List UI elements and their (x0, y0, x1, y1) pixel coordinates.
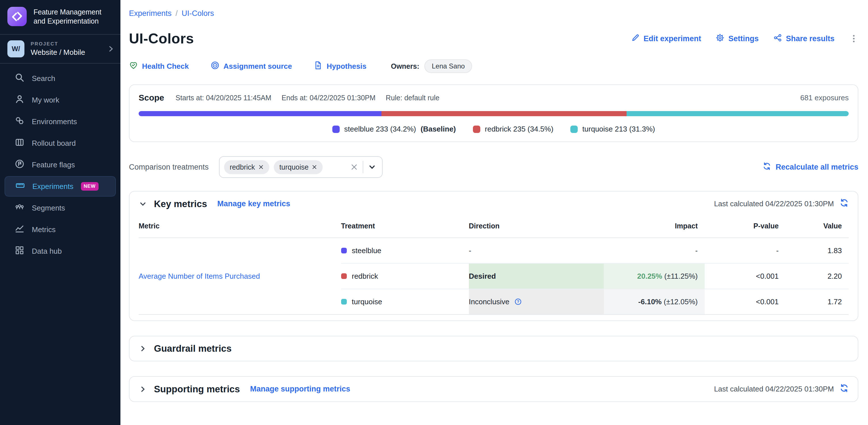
recalculate-label: Recalculate all metrics (776, 163, 858, 172)
value-cell: 1.72 (786, 289, 849, 314)
edit-experiment-button[interactable]: Edit experiment (631, 33, 701, 44)
scope-header: Scope Starts at: 04/20/2025 11:45AM Ends… (138, 93, 849, 102)
project-badge: W/ (7, 40, 24, 57)
sidebar: Feature Management and Experimentation W… (0, 0, 120, 425)
scope-card: Scope Starts at: 04/20/2025 11:45AM Ends… (129, 84, 858, 142)
manage-key-metrics-link[interactable]: Manage key metrics (217, 200, 290, 208)
ruler-icon (16, 181, 25, 192)
sidebar-item-label: My work (32, 96, 59, 104)
comparison-label: Comparison treatments (129, 163, 209, 172)
column-treatment: Treatment (341, 214, 469, 238)
value-cell: 2.20 (786, 263, 849, 289)
hexagons-icon (15, 116, 24, 127)
edit-experiment-label: Edit experiment (644, 34, 701, 43)
legend-item-redbrick: redbrick 235 (34.5%) (473, 125, 553, 133)
refresh-icon[interactable] (840, 198, 849, 209)
refresh-icon[interactable] (840, 384, 849, 395)
sidebar-item-label: Metrics (32, 225, 56, 234)
steelblue-swatch (332, 126, 340, 133)
project-switcher[interactable]: W/ PROJECT Website / Mobile (0, 35, 120, 63)
redbrick-swatch (341, 273, 347, 279)
metric-name-link[interactable]: Average Number of Items Purchased (138, 272, 260, 280)
share-results-button[interactable]: Share results (773, 33, 835, 44)
more-options-button[interactable] (849, 34, 858, 43)
sidebar-item-search[interactable]: Search (4, 68, 116, 89)
flag-circle-icon (15, 159, 24, 171)
assignment-source-label: Assignment source (223, 62, 292, 71)
sidebar-item-segments[interactable]: Segments (4, 198, 116, 218)
people-icon (15, 202, 24, 214)
table-row: Average Number of Items Purchased steelb… (138, 238, 849, 263)
last-calculated-label: Last calculated 04/22/2025 01:30PM (714, 385, 834, 393)
legend-item-steelblue: steelblue 233 (34.2%) (Baseline) (332, 125, 456, 133)
expand-chevron-icon[interactable] (138, 385, 147, 393)
line-chart-icon (15, 224, 24, 236)
p-value-cell: <0.001 (705, 263, 786, 289)
key-metrics-title: Key metrics (154, 199, 207, 209)
legend-label: steelblue 233 (34.2%) (344, 125, 416, 133)
redbrick-swatch (473, 126, 480, 133)
column-metric: Metric (138, 214, 341, 238)
sidebar-item-label: Experiments (32, 182, 73, 191)
column-impact: Impact (604, 214, 705, 238)
sidebar-item-label: Search (32, 74, 55, 83)
chip-label: turquoise (279, 163, 309, 171)
value-cell: 1.83 (786, 238, 849, 263)
guardrail-metrics-header: Guardrail metrics (138, 343, 849, 354)
health-check-link[interactable]: Health Check (129, 61, 189, 72)
hypothesis-link[interactable]: Hypothesis (314, 61, 366, 72)
legend-label: redbrick 235 (34.5%) (485, 125, 553, 133)
owner-pill[interactable]: Lena Sano (424, 59, 472, 73)
sidebar-item-experiments[interactable]: Experiments NEW (4, 176, 116, 196)
sidebar-nav: Search My work Environments Rollout boar… (0, 64, 120, 266)
settings-button[interactable]: Settings (716, 33, 758, 44)
user-icon (15, 94, 24, 106)
help-icon[interactable]: ? (514, 298, 522, 306)
svg-text:?: ? (517, 299, 519, 304)
distribution-segment-redbrick (381, 111, 627, 116)
recalculate-all-metrics-button[interactable]: Recalculate all metrics (763, 162, 858, 173)
breadcrumb: Experiments / UI-Colors (129, 9, 858, 18)
expand-chevron-icon[interactable] (138, 344, 147, 353)
breadcrumb-separator: / (176, 9, 178, 18)
distribution-legend: steelblue 233 (34.2%) (Baseline) redbric… (138, 125, 849, 133)
guardrail-metrics-title: Guardrail metrics (154, 343, 231, 354)
owners: Owners: Lena Sano (391, 59, 472, 73)
chip-remove-icon[interactable] (312, 163, 317, 171)
p-value-cell: <0.001 (705, 289, 786, 314)
last-calculated-label: Last calculated 04/22/2025 01:30PM (714, 200, 834, 208)
clear-selection-icon[interactable] (350, 163, 358, 171)
divider (363, 161, 363, 173)
steelblue-swatch (341, 248, 347, 253)
scope-starts-at: Starts at: 04/20/2025 11:45AM (176, 94, 271, 102)
sidebar-item-label: Rollout board (32, 139, 76, 148)
supporting-metrics-card: Supporting metrics Manage supporting met… (129, 376, 858, 402)
supporting-metrics-header: Supporting metrics Manage supporting met… (138, 384, 849, 395)
sidebar-item-environments[interactable]: Environments (4, 111, 116, 132)
treatment-label: steelblue (352, 246, 381, 255)
chip-remove-icon[interactable] (258, 163, 264, 171)
supporting-metrics-title: Supporting metrics (154, 384, 240, 395)
breadcrumb-experiments-link[interactable]: Experiments (129, 9, 172, 18)
impact-cell: 20.25% (±11.25%) (604, 263, 705, 289)
sidebar-item-rollout-board[interactable]: Rollout board (4, 133, 116, 153)
manage-supporting-metrics-link[interactable]: Manage supporting metrics (250, 385, 350, 393)
board-columns-icon (15, 138, 24, 149)
chevron-down-icon[interactable] (368, 163, 376, 171)
supporting-metrics-last-calculated: Last calculated 04/22/2025 01:30PM (714, 384, 849, 395)
sidebar-item-feature-flags[interactable]: Feature flags (4, 155, 116, 175)
app-header: Feature Management and Experimentation (0, 0, 120, 34)
treatments-multiselect[interactable]: redbrick turquoise (219, 156, 382, 178)
column-direction: Direction (469, 214, 604, 238)
legend-label: turquoise 213 (31.3%) (582, 125, 655, 133)
breadcrumb-current-link[interactable]: UI-Colors (182, 9, 214, 18)
collapse-chevron-icon[interactable] (138, 200, 147, 208)
table-header-row: Metric Treatment Direction Impact P-valu… (138, 214, 849, 238)
project-label: PROJECT (31, 41, 100, 47)
assignment-source-link[interactable]: Assignment source (211, 61, 292, 72)
sidebar-item-data-hub[interactable]: Data hub (4, 241, 116, 261)
new-badge: NEW (81, 182, 98, 191)
sidebar-item-metrics[interactable]: Metrics (4, 219, 116, 240)
app-root: Feature Management and Experimentation W… (0, 0, 868, 425)
sidebar-item-my-work[interactable]: My work (4, 90, 116, 110)
